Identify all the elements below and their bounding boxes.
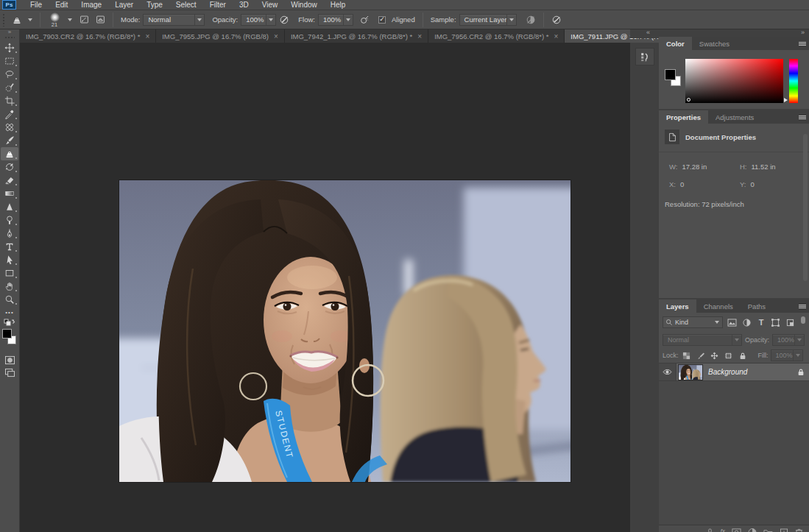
- add-mask-icon[interactable]: [732, 528, 741, 532]
- dodge-tool[interactable]: [1, 213, 18, 227]
- expand-toolbar-icon[interactable]: »: [8, 29, 11, 35]
- filter-pixel-layers-icon[interactable]: [727, 317, 738, 328]
- hue-slider[interactable]: [789, 59, 798, 103]
- path-selection-tool[interactable]: [1, 253, 18, 266]
- quick-selection-tool[interactable]: [1, 81, 18, 94]
- flow-dropdown[interactable]: 100%: [318, 14, 353, 26]
- clone-stamp-preset-icon[interactable]: [9, 13, 25, 27]
- eraser-tool[interactable]: [1, 174, 18, 187]
- options-grip[interactable]: [2, 13, 6, 26]
- layer-row-background[interactable]: Background: [659, 363, 809, 381]
- menu-image[interactable]: Image: [74, 0, 108, 10]
- opacity-dropdown[interactable]: 100%: [241, 14, 276, 26]
- toolbar-header[interactable]: »: [0, 29, 19, 41]
- tab-layers[interactable]: Layers: [659, 299, 696, 313]
- panel-menu-icon[interactable]: [796, 110, 809, 124]
- lock-all-icon[interactable]: [737, 350, 749, 361]
- tab-channels[interactable]: Channels: [696, 299, 741, 313]
- swap-colors-icon[interactable]: [1, 319, 18, 326]
- menu-3d[interactable]: 3D: [233, 0, 255, 10]
- clone-stamp-tool[interactable]: [1, 147, 18, 160]
- photoshop-logo[interactable]: Ps: [2, 0, 16, 10]
- tab-close-icon[interactable]: ×: [274, 32, 278, 40]
- layer-visibility-toggle[interactable]: [659, 363, 676, 380]
- filter-smart-objects-icon[interactable]: [785, 317, 796, 328]
- preset-caret-icon[interactable]: [28, 18, 32, 21]
- tab-swatches[interactable]: Swatches: [692, 37, 737, 50]
- tab-adjustments[interactable]: Adjustments: [708, 110, 761, 124]
- toggle-brush-panel-button[interactable]: [76, 13, 92, 27]
- hand-tool[interactable]: [1, 280, 18, 293]
- document-tab[interactable]: IMG_7942_1.JPG @ 16.7% (RGB/8*) *×: [285, 29, 428, 43]
- brush-preset-picker[interactable]: 21: [45, 13, 64, 27]
- canvas-workspace[interactable]: [20, 43, 630, 532]
- move-tool[interactable]: [1, 41, 18, 54]
- crop-tool[interactable]: [1, 94, 18, 107]
- brush-picker-caret-icon[interactable]: [68, 18, 72, 21]
- menu-file[interactable]: File: [24, 0, 49, 10]
- menu-type[interactable]: Type: [140, 0, 169, 10]
- lock-transparent-pixels-icon[interactable]: [681, 350, 693, 361]
- brush-tool[interactable]: [1, 134, 18, 147]
- rectangular-marquee-tool[interactable]: [1, 54, 18, 68]
- collapse-dock-icon[interactable]: »: [801, 29, 805, 36]
- layer-thumbnail[interactable]: [679, 365, 702, 380]
- filter-type-layers-icon[interactable]: T: [756, 317, 767, 328]
- toggle-clone-source-panel-button[interactable]: [92, 13, 108, 27]
- aligned-checkbox[interactable]: ✓: [378, 16, 386, 24]
- menu-view[interactable]: View: [255, 0, 285, 10]
- menu-layer[interactable]: Layer: [108, 0, 140, 10]
- edit-toolbar-ellipsis[interactable]: •••: [1, 309, 18, 316]
- properties-scrollbar[interactable]: [803, 134, 808, 281]
- gradient-tool[interactable]: [1, 187, 18, 200]
- tab-color[interactable]: Color: [659, 37, 692, 50]
- layer-row-inner[interactable]: Background: [676, 363, 809, 380]
- foreground-color-swatch[interactable]: [2, 329, 12, 338]
- layer-styles-icon[interactable]: fx: [721, 528, 725, 532]
- screen-mode-button[interactable]: [1, 368, 18, 377]
- tab-close-icon[interactable]: ×: [145, 32, 149, 40]
- tab-paths[interactable]: Paths: [741, 299, 773, 313]
- lock-position-icon[interactable]: [709, 350, 721, 361]
- menu-edit[interactable]: Edit: [49, 0, 74, 10]
- layer-opacity-dropdown[interactable]: 100%: [772, 334, 805, 346]
- document-tab[interactable]: IMG_7956.CR2 @ 16.7% (RGB/8*) *×: [428, 29, 565, 43]
- tab-properties[interactable]: Properties: [659, 110, 708, 124]
- document-tab[interactable]: IMG_7955.JPG @ 16.7% (RGB/8)×: [156, 29, 285, 43]
- collapse-icon-strip-icon[interactable]: «: [646, 29, 650, 36]
- color-marker[interactable]: [687, 98, 690, 102]
- menu-select[interactable]: Select: [169, 0, 203, 10]
- mode-dropdown[interactable]: Normal: [143, 14, 205, 26]
- type-tool[interactable]: [1, 240, 18, 253]
- blend-mode-dropdown[interactable]: Normal: [663, 334, 742, 346]
- open-document-canvas[interactable]: [119, 180, 570, 482]
- foreground-color-swatch[interactable]: [665, 69, 676, 80]
- new-adjustment-layer-icon[interactable]: [748, 528, 757, 532]
- airbrush-icon[interactable]: [356, 13, 372, 27]
- menu-help[interactable]: Help: [324, 0, 353, 10]
- filter-adjustment-layers-icon[interactable]: [741, 317, 752, 328]
- layer-filter-kind-dropdown[interactable]: Kind: [663, 316, 723, 328]
- filter-shape-layers-icon[interactable]: [770, 317, 781, 328]
- menu-window[interactable]: Window: [284, 0, 324, 10]
- lock-artboard-icon[interactable]: [723, 350, 735, 361]
- sharpen-tool[interactable]: [1, 200, 18, 213]
- foreground-background-swatches[interactable]: [1, 329, 18, 352]
- spot-healing-brush-tool[interactable]: [1, 121, 18, 134]
- layer-name[interactable]: Background: [708, 368, 797, 376]
- document-tab[interactable]: IMG_7903.CR2 @ 16.7% (RGB/8*) *×: [20, 29, 156, 43]
- new-layer-icon[interactable]: [780, 528, 788, 532]
- history-panel-icon[interactable]: [635, 48, 654, 65]
- rectangle-shape-tool[interactable]: [1, 266, 18, 280]
- history-brush-tool[interactable]: [1, 160, 18, 174]
- pen-tool[interactable]: [1, 227, 18, 240]
- fill-dropdown[interactable]: 100%: [771, 350, 803, 361]
- tab-close-icon[interactable]: ×: [554, 32, 559, 40]
- eyedropper-tool[interactable]: [1, 107, 18, 121]
- new-group-icon[interactable]: [763, 528, 773, 532]
- ignore-adjustment-layers-icon[interactable]: [523, 13, 539, 27]
- panel-menu-icon[interactable]: [796, 299, 809, 313]
- lasso-tool[interactable]: [1, 68, 18, 81]
- quick-mask-button[interactable]: [1, 355, 18, 365]
- layer-filter-toggle[interactable]: [801, 316, 805, 324]
